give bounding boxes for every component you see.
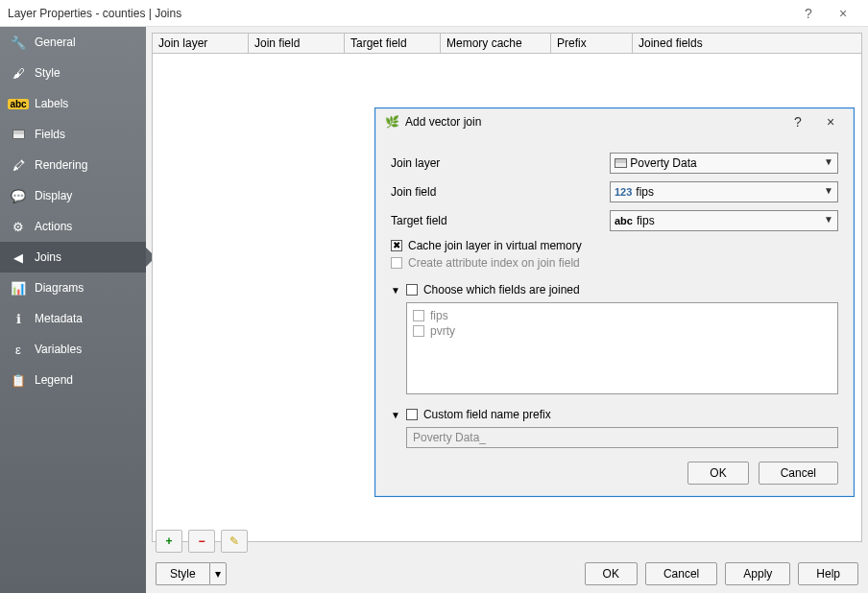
sidebar-item-label: Legend bbox=[35, 373, 73, 387]
join-layer-value: Poverty Data bbox=[630, 156, 696, 170]
dialog-title: Add vector join bbox=[405, 115, 779, 129]
style-button[interactable]: Style bbox=[156, 562, 209, 585]
expand-choose-fields[interactable]: ▼ bbox=[391, 285, 400, 296]
custom-prefix-checkbox[interactable] bbox=[406, 409, 418, 420]
ok-button[interactable]: OK bbox=[585, 562, 638, 585]
sidebar-item-label: Variables bbox=[35, 343, 82, 356]
sidebar-item-label: Rendering bbox=[35, 158, 87, 172]
col-joined-fields[interactable]: Joined fields bbox=[633, 34, 861, 53]
chevron-down-icon: ▼ bbox=[824, 156, 833, 167]
field-checkbox[interactable] bbox=[413, 325, 424, 337]
window-title: Layer Properties - counties | Joins bbox=[8, 7, 791, 20]
field-checkbox[interactable] bbox=[413, 310, 424, 321]
create-index-checkbox[interactable] bbox=[391, 257, 402, 269]
target-field-value: fips bbox=[637, 214, 655, 227]
sidebar-item-actions[interactable]: ⚙Actions bbox=[0, 211, 146, 242]
plus-icon: + bbox=[165, 534, 172, 548]
remove-join-button[interactable]: − bbox=[188, 530, 215, 553]
sidebar-item-label: Diagrams bbox=[35, 281, 84, 295]
sidebar: 🔧General🖌StyleabcLabelsFields🖍Rendering💬… bbox=[0, 27, 146, 593]
legend-icon: 📋 bbox=[10, 371, 27, 389]
col-target-field[interactable]: Target field bbox=[345, 34, 441, 53]
dialog-titlebar: 🌿 Add vector join ? × bbox=[375, 108, 854, 135]
sidebar-item-diagrams[interactable]: 📊Diagrams bbox=[0, 273, 146, 303]
sidebar-item-general[interactable]: 🔧General bbox=[0, 27, 146, 58]
target-field-combo[interactable]: abc fips ▼ bbox=[610, 210, 838, 231]
diagrams-icon: 📊 bbox=[10, 279, 27, 296]
joins-icon: ◀ bbox=[10, 249, 27, 266]
dialog-close-button[interactable]: × bbox=[817, 114, 844, 130]
sidebar-item-variables[interactable]: εVariables bbox=[0, 334, 146, 365]
choose-fields-checkbox[interactable] bbox=[406, 284, 418, 296]
metadata-icon: ℹ bbox=[10, 310, 27, 327]
join-field-value: fips bbox=[636, 185, 654, 199]
sidebar-item-label: Labels bbox=[35, 97, 68, 110]
sidebar-item-label: Fields bbox=[35, 128, 65, 141]
rendering-icon: 🖍 bbox=[10, 156, 27, 174]
custom-prefix-label: Custom field name prefix bbox=[423, 408, 551, 421]
style-dropdown-button[interactable]: ▾ bbox=[209, 562, 227, 585]
sidebar-item-label: Style bbox=[35, 66, 60, 80]
sidebar-item-fields[interactable]: Fields bbox=[0, 119, 146, 150]
sidebar-item-label: Display bbox=[35, 189, 72, 202]
style-menu[interactable]: Style ▾ bbox=[156, 562, 227, 585]
content-area: Join layer Join field Target field Memor… bbox=[146, 27, 868, 593]
qgis-icon: 🌿 bbox=[385, 115, 399, 129]
sidebar-item-label: General bbox=[35, 36, 76, 49]
col-prefix[interactable]: Prefix bbox=[551, 34, 633, 53]
add-vector-join-dialog: 🌿 Add vector join ? × Join layer Poverty… bbox=[374, 107, 855, 497]
sidebar-item-rendering[interactable]: 🖍Rendering bbox=[0, 150, 146, 180]
join-layer-combo[interactable]: Poverty Data ▼ bbox=[610, 153, 838, 174]
field-name: pvrty bbox=[430, 324, 455, 338]
sidebar-item-style[interactable]: 🖌Style bbox=[0, 58, 146, 88]
sidebar-item-legend[interactable]: 📋Legend bbox=[0, 365, 146, 395]
sidebar-item-labels[interactable]: abcLabels bbox=[0, 88, 146, 119]
cache-label: Cache join layer in virtual memory bbox=[408, 239, 582, 252]
general-icon: 🔧 bbox=[10, 34, 27, 51]
create-index-label: Create attribute index on join field bbox=[408, 256, 580, 270]
col-join-layer[interactable]: Join layer bbox=[153, 34, 249, 53]
sidebar-item-joins[interactable]: ◀Joins bbox=[0, 242, 146, 273]
dialog-cancel-button[interactable]: Cancel bbox=[759, 462, 838, 485]
cancel-button[interactable]: Cancel bbox=[645, 562, 717, 585]
field-type-icon: 123 bbox=[615, 186, 632, 198]
col-join-field[interactable]: Join field bbox=[249, 34, 345, 53]
sidebar-item-metadata[interactable]: ℹMetadata bbox=[0, 303, 146, 334]
help-button[interactable]: ? bbox=[791, 0, 826, 27]
add-join-button[interactable]: + bbox=[156, 530, 182, 553]
sidebar-item-label: Metadata bbox=[35, 312, 83, 325]
minus-icon: − bbox=[198, 534, 205, 548]
titlebar: Layer Properties - counties | Joins ? × bbox=[0, 0, 868, 27]
help-button-footer[interactable]: Help bbox=[798, 562, 858, 585]
apply-button[interactable]: Apply bbox=[725, 562, 790, 585]
sidebar-item-label: Joins bbox=[35, 250, 61, 264]
join-field-label: Join field bbox=[391, 185, 602, 199]
field-name: fips bbox=[430, 309, 448, 322]
chevron-down-icon: ▼ bbox=[824, 185, 833, 196]
fields-icon bbox=[10, 126, 27, 143]
dialog-buttons: OK Cancel Apply Help bbox=[585, 562, 858, 585]
expand-custom-prefix[interactable]: ▼ bbox=[391, 410, 400, 420]
edit-join-button[interactable]: ✎ bbox=[221, 530, 248, 553]
sidebar-item-display[interactable]: 💬Display bbox=[0, 180, 146, 211]
sidebar-item-label: Actions bbox=[35, 220, 72, 233]
cache-checkbox[interactable]: ✖ bbox=[391, 240, 402, 251]
choose-fields-label: Choose which fields are joined bbox=[423, 283, 580, 296]
display-icon: 💬 bbox=[10, 187, 27, 204]
prefix-input[interactable] bbox=[406, 427, 838, 448]
close-button[interactable]: × bbox=[826, 0, 860, 27]
style-icon: 🖌 bbox=[10, 64, 27, 82]
dialog-help-button[interactable]: ? bbox=[784, 114, 811, 130]
pencil-icon: ✎ bbox=[229, 534, 239, 548]
toolbar: + − ✎ bbox=[156, 530, 248, 553]
labels-icon: abc bbox=[10, 95, 27, 112]
col-memory-cache[interactable]: Memory cache bbox=[441, 34, 551, 53]
table-icon bbox=[615, 158, 627, 168]
fields-list: fips pvrty bbox=[406, 302, 838, 394]
actions-icon: ⚙ bbox=[10, 218, 27, 235]
join-layer-label: Join layer bbox=[391, 156, 602, 170]
joins-table-header: Join layer Join field Target field Memor… bbox=[152, 33, 862, 53]
chevron-down-icon: ▼ bbox=[824, 214, 833, 225]
join-field-combo[interactable]: 123 fips ▼ bbox=[610, 181, 838, 202]
dialog-ok-button[interactable]: OK bbox=[687, 462, 748, 485]
